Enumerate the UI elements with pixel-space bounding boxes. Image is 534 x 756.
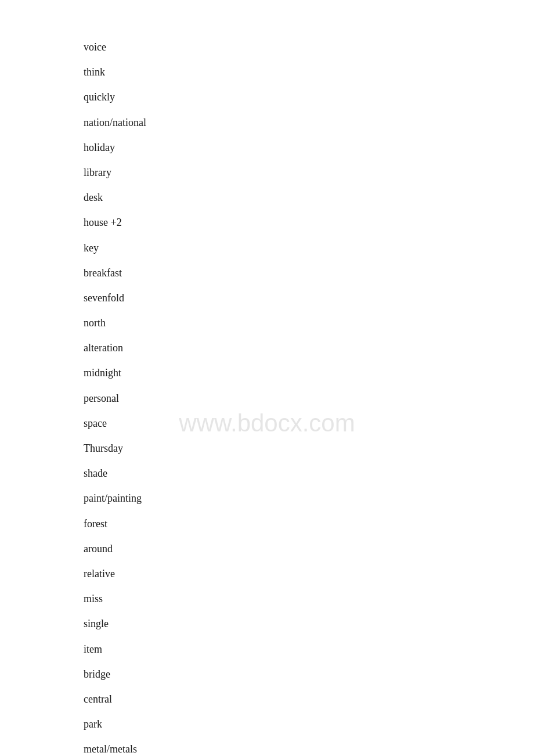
list-item: item [84,637,534,662]
list-item: space [84,411,534,436]
list-item: breakfast [84,261,534,286]
list-item: personal [84,386,534,411]
list-item: park [84,712,534,737]
list-item: central [84,687,534,712]
word-list: voicethinkquicklynation/nationalholidayl… [0,0,534,756]
list-item: forest [84,512,534,537]
list-item: voice [84,35,534,60]
list-item: quickly [84,85,534,110]
list-item: nation/national [84,110,534,135]
list-item: holiday [84,135,534,160]
list-item: shade [84,461,534,486]
list-item: relative [84,561,534,586]
list-item: alteration [84,336,534,361]
list-item: single [84,611,534,636]
list-item: north [84,311,534,336]
list-item: think [84,60,534,85]
list-item: sevenfold [84,286,534,311]
list-item: Thursday [84,436,534,461]
list-item: midnight [84,361,534,386]
list-item: metal/metals [84,737,534,756]
list-item: library [84,160,534,185]
list-item: miss [84,586,534,611]
list-item: house +2 [84,210,534,235]
list-item: desk [84,185,534,210]
list-item: bridge [84,662,534,687]
list-item: around [84,537,534,561]
list-item: key [84,236,534,261]
list-item: paint/painting [84,486,534,511]
